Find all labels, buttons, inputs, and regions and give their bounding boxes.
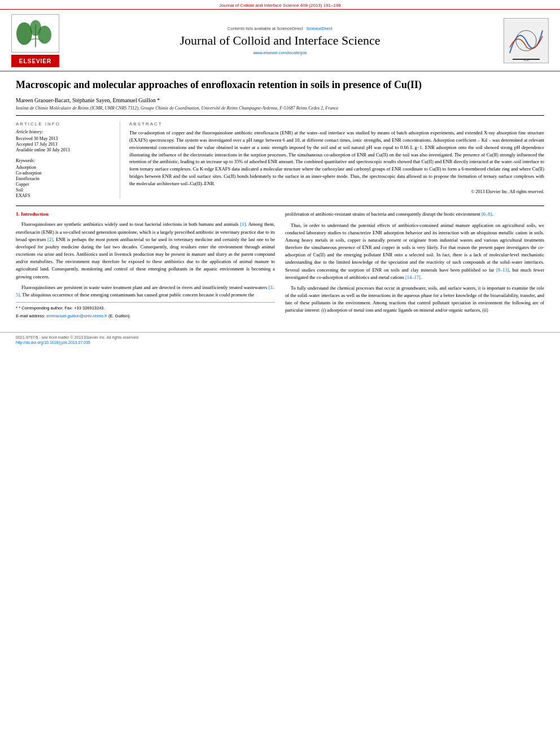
body-divider xyxy=(16,206,544,206)
journal-center: Contents lists available at ScienceDirec… xyxy=(62,26,498,55)
section1-title: 1. Introduction xyxy=(16,211,275,219)
corresponding-note: * * Corresponding author. Fax: +33 32691… xyxy=(16,302,275,320)
top-bar: Journal of Colloid and Interface Science… xyxy=(0,0,560,10)
affiliation: Institut de Chimie Moléculaire de Reims … xyxy=(16,106,544,116)
body-para-right-3: To fully understand the chemical process… xyxy=(285,285,544,314)
keyword-copper: Copper xyxy=(16,182,113,187)
keywords-label: Keywords: xyxy=(16,158,113,163)
ref-2[interactable]: [2] xyxy=(47,237,53,242)
doi-line: http://dx.doi.org/10.1016/j.jcis.2013.07… xyxy=(16,340,544,344)
received-date: Received 30 May 2013 xyxy=(16,136,113,141)
body-para-2: Fluoroquinolones are persistent in waste… xyxy=(16,284,275,299)
sciencedirect-text: Contents lists available at ScienceDirec… xyxy=(68,26,492,31)
keyword-adsorption: Adsorption xyxy=(16,165,113,170)
abstract-header: ABSTRACT xyxy=(129,121,544,126)
right-logo-area: JCIS xyxy=(498,18,549,63)
body-para-right-1: proliferation of antibiotic-resistant st… xyxy=(285,211,544,218)
ref-9-13[interactable]: [9–13] xyxy=(496,267,509,273)
journal-art-box: JCIS xyxy=(504,18,549,63)
elsevier-leaf-logo xyxy=(13,15,58,52)
elsevier-logo-box xyxy=(11,14,59,53)
svg-point-2 xyxy=(38,25,51,43)
keywords-section: Keywords: Adsorption Co-adsorption Enrof… xyxy=(16,158,113,198)
license-line: 0021-9797/$ - see front matter © 2013 El… xyxy=(16,335,544,339)
journal-url[interactable]: www.elsevier.com/locate/jcis xyxy=(68,50,492,55)
ref-3-5[interactable]: [3–5] xyxy=(16,285,275,298)
article-info-col: ARTICLE INFO Article history: Received 3… xyxy=(16,121,120,199)
article-title: Macroscopic and molecular approaches of … xyxy=(16,78,544,91)
svg-point-0 xyxy=(16,22,32,45)
article-info-header: ARTICLE INFO xyxy=(16,121,113,126)
left-logo-area: ELSEVIER xyxy=(11,14,62,67)
journal-header: ELSEVIER Contents lists available at Sci… xyxy=(0,10,560,72)
corresponding-author-line: * * Corresponding author. Fax: +33 32691… xyxy=(16,305,275,312)
authors: Mareen Graouer-Bacart, Stéphanie Sayen, … xyxy=(16,97,544,103)
keyword-exafs: EXAFS xyxy=(16,193,113,198)
abstract-col: ABSTRACT The co-adsorption of copper and… xyxy=(129,121,544,199)
copyright-line: © 2013 Elsevier Inc. All rights reserved… xyxy=(129,189,544,194)
keyword-soil: Soil xyxy=(16,187,113,193)
elsevier-wordmark: ELSEVIER xyxy=(11,55,59,67)
journal-cover-art: JCIS xyxy=(504,19,548,62)
article-content: Macroscopic and molecular approaches of … xyxy=(0,72,560,332)
body-two-col: 1. Introduction Fluoroquinolones are syn… xyxy=(16,211,544,321)
keyword-coadsorption: Co-adsorption xyxy=(16,171,113,176)
journal-reference: Journal of Colloid and Interface Science… xyxy=(219,3,341,8)
history-label: Article history: xyxy=(16,129,113,134)
page-wrapper: Journal of Colloid and Interface Science… xyxy=(0,0,560,747)
doi-link[interactable]: http://dx.doi.org/10.1016/j.jcis.2013.07… xyxy=(16,340,90,344)
page-footer: 0021-9797/$ - see front matter © 2013 El… xyxy=(0,332,560,348)
body-left-col: 1. Introduction Fluoroquinolones are syn… xyxy=(16,211,275,321)
article-info-abstract: ARTICLE INFO Article history: Received 3… xyxy=(16,121,544,199)
email-line: E-mail address: emmanuel.guillon@univ-re… xyxy=(16,313,275,320)
author-email[interactable]: emmanuel.guillon@univ-reims.fr xyxy=(46,313,107,318)
body-para-1: Fluoroquinolones are synthetic antibioti… xyxy=(16,221,275,280)
body-para-right-2: Thus, in order to understand the potenti… xyxy=(285,222,544,281)
available-date: Available online 30 July 2013 xyxy=(16,147,113,152)
ref-1[interactable]: [1] xyxy=(240,221,246,227)
abstract-text: The co-adsorption of copper and the fluo… xyxy=(129,129,544,187)
ref-14-17[interactable]: [14–17] xyxy=(405,274,421,280)
sciencedirect-link[interactable]: ScienceDirect xyxy=(307,26,333,31)
accepted-date: Accepted 17 July 2013 xyxy=(16,142,113,147)
ref-6-8[interactable]: [6–8] xyxy=(482,211,492,217)
keyword-enrofloxacin: Enrofloxacin xyxy=(16,176,113,181)
body-right-col: proliferation of antibiotic-resistant st… xyxy=(285,211,544,321)
svg-text:JCIS: JCIS xyxy=(523,59,529,62)
journal-title: Journal of Colloid and Interface Science xyxy=(68,33,492,48)
